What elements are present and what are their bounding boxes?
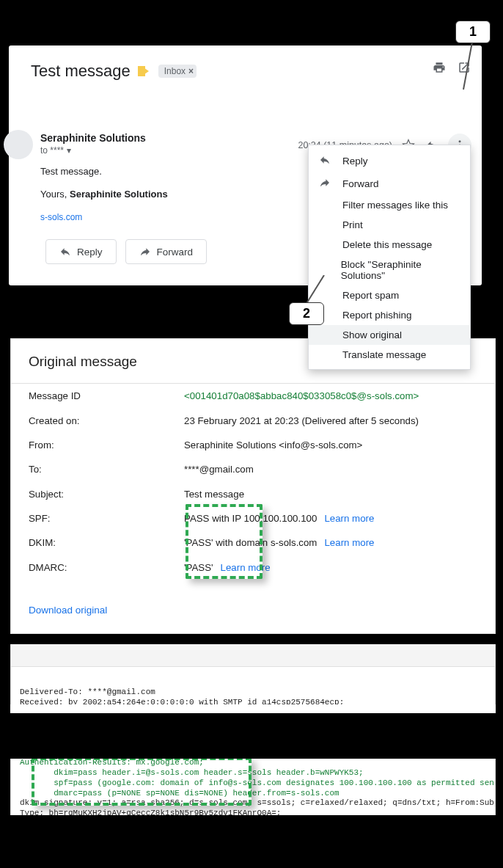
signature-link[interactable]: s-sols.com [40,212,82,222]
row-value: ****@gmail.com [184,464,477,475]
row-value: Seraphinite Solutions <info@s-sols.com> [184,440,477,451]
orig-row: Message ID<001401d70a08$abbac840$033058c… [11,384,495,408]
orig-row: Subject:Test message [11,482,495,506]
orig-row: DKIM:'PASS' with domain s-sols.comLearn … [11,530,495,555]
row-value: PASS with IP 100.100.100.100Learn more [184,513,477,524]
menu-delete[interactable]: Delete this message [309,235,470,255]
row-value: 'PASS'Learn more [184,562,477,573]
row-label: Subject: [29,489,184,500]
menu-filter[interactable]: Filter messages like this [309,195,470,215]
learn-more-link[interactable]: Learn more [324,537,374,548]
orig-row: DMARC:'PASS'Learn more [11,555,495,580]
row-value: <001401d70a08$abbac840$033058c0$@s-sols.… [184,390,477,401]
print-icon[interactable] [432,60,447,75]
email-view: Test message Inbox × Seraphinite Solutio… [9,45,482,285]
row-label: From: [29,440,184,451]
forward-button[interactable]: Forward [125,239,208,264]
orig-row: From:Seraphinite Solutions <info@s-sols.… [11,433,495,457]
avatar [4,130,33,159]
orig-row: SPF:PASS with IP 100.100.100.100Learn mo… [11,506,495,530]
row-label: DKIM: [29,537,184,548]
row-label: To: [29,464,184,475]
more-options-menu: Reply Forward Filter messages like this … [308,145,471,370]
svg-point-0 [459,140,461,142]
menu-spam[interactable]: Report spam [309,285,470,305]
orig-row: To:****@gmail.com [11,457,495,481]
original-message-panel: Original message Message ID<001401d70a08… [10,338,496,634]
importance-marker-icon[interactable] [138,66,153,76]
email-body: Test message. Yours, Seraphinite Solutio… [40,166,168,222]
body-line: Test message. [40,166,168,177]
expand-details-icon[interactable]: ▾ [67,145,71,156]
menu-translate[interactable]: Translate message [309,345,470,365]
annotation-2: 2 [289,302,324,325]
grey-spacer [10,644,496,666]
menu-forward[interactable]: Forward [309,172,470,195]
learn-more-link[interactable]: Learn more [221,562,271,573]
reply-button[interactable]: Reply [45,239,117,264]
menu-print[interactable]: Print [309,215,470,235]
row-value: 23 February 2021 at 20:23 (Delivered aft… [184,415,477,426]
label-text: Inbox [164,66,186,76]
to-line[interactable]: to **** ▾ [40,145,146,156]
row-label: Created on: [29,415,184,426]
menu-block[interactable]: Block "Seraphinite Solutions" [309,255,470,285]
row-value: 'PASS' with domain s-sols.comLearn more [184,537,477,548]
menu-reply[interactable]: Reply [309,150,470,172]
annotation-1: 1 [455,21,491,43]
orig-row: Created on:23 February 2021 at 20:23 (De… [11,408,495,432]
label-chip[interactable]: Inbox × [158,65,197,78]
row-label: Message ID [29,390,184,401]
svg-line-3 [463,42,472,90]
menu-phishing[interactable]: Report phishing [309,305,470,325]
row-label: DMARC: [29,562,184,573]
email-header: Test message Inbox × [9,45,482,81]
menu-show-original[interactable]: Show original [309,325,470,345]
download-original-link[interactable]: Download original [11,580,125,633]
row-value: Test message [184,489,477,500]
sender-name: Seraphinite Solutions [40,132,146,144]
learn-more-link[interactable]: Learn more [324,513,374,524]
email-subject: Test message [31,62,131,81]
remove-label-icon[interactable]: × [188,66,194,76]
row-label: SPF: [29,513,184,524]
